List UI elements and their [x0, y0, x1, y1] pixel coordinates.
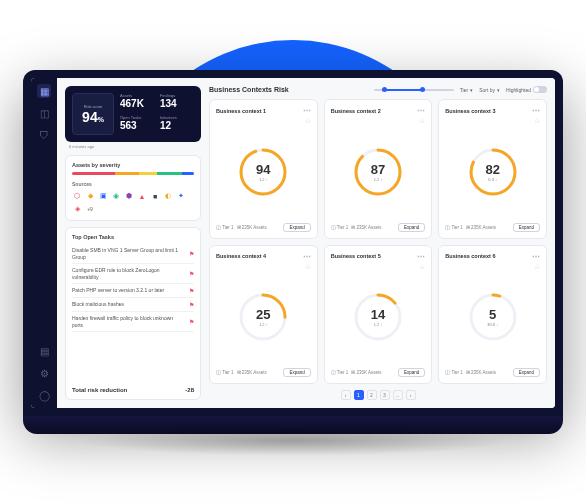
- task-row[interactable]: Disable SMB in VNG 1 Server Group and li…: [72, 244, 194, 264]
- context-card: Business context 2⋯ ☆ 871.2 ↑ ◫ Tier 1 ⊞…: [324, 99, 433, 239]
- task-text: Patch PHP server to version 3.2.1 or lat…: [72, 287, 185, 294]
- context-score: 94: [256, 162, 270, 177]
- context-delta: 1.2 ↑: [374, 177, 383, 182]
- task-row[interactable]: Configure EDR rule to block ZeroLogon vu…: [72, 264, 194, 284]
- tier-badge: ◫ Tier 1: [445, 370, 463, 375]
- context-score: 87: [371, 162, 385, 177]
- source-icon[interactable]: ⬢: [124, 191, 134, 201]
- context-title: Business context 2: [331, 108, 381, 114]
- context-gauge: 141.2 ↑: [352, 291, 404, 343]
- context-delta: 0.3 ↓: [488, 177, 497, 182]
- assets-count: ⊞ 235K Assets: [466, 370, 496, 375]
- severity-panel: Assets by severity Sources ⬡◆▣◉⬢▲■◐✦◈+9: [65, 155, 201, 221]
- source-icon[interactable]: ⬡: [72, 191, 82, 201]
- star-icon[interactable]: ☆: [534, 263, 540, 271]
- stat-value: 467K: [120, 98, 154, 109]
- pager-next[interactable]: ›: [406, 390, 416, 400]
- tier-badge: ◫ Tier 1: [216, 225, 234, 230]
- tier-slider[interactable]: [374, 89, 454, 91]
- more-icon[interactable]: ⋯: [303, 106, 311, 115]
- pager-prev[interactable]: ‹: [341, 390, 351, 400]
- assets-count: ⊞ 235K Assets: [237, 225, 267, 230]
- context-gauge: 251.2 ↑: [237, 291, 289, 343]
- more-icon[interactable]: ⋯: [417, 252, 425, 261]
- star-icon[interactable]: ☆: [534, 117, 540, 125]
- context-title: Business context 3: [445, 108, 495, 114]
- more-icon[interactable]: ⋯: [532, 106, 540, 115]
- context-delta: 30.0 ↓: [487, 322, 498, 327]
- tasks-panel: Top Open Tasks Disable SMB in VNG 1 Serv…: [65, 227, 201, 400]
- star-icon[interactable]: ☆: [305, 263, 311, 271]
- tasks-title: Top Open Tasks: [72, 234, 194, 240]
- sources-title: Sources: [72, 181, 194, 187]
- expand-button[interactable]: Expand: [513, 368, 540, 377]
- side-nav: ▦ ◫ ⛉ ▤ ⚙ ◯: [31, 78, 57, 408]
- source-icon[interactable]: ◆: [85, 191, 95, 201]
- more-icon[interactable]: ⋯: [532, 252, 540, 261]
- tier-dropdown[interactable]: Tier ▾: [460, 87, 473, 93]
- source-icon[interactable]: ✦: [176, 191, 186, 201]
- stat-value: 563: [120, 120, 154, 131]
- task-text: Block malicious hashes: [72, 301, 185, 308]
- task-row[interactable]: Block malicious hashes⚑: [72, 298, 194, 312]
- context-title: Business context 4: [216, 253, 266, 259]
- star-icon[interactable]: ☆: [305, 117, 311, 125]
- expand-button[interactable]: Expand: [283, 368, 310, 377]
- nav-chart-icon[interactable]: ◫: [37, 106, 51, 120]
- context-card: Business context 1⋯ ☆ 941.2 ↑ ◫ Tier 1 ⊞…: [209, 99, 318, 239]
- risk-score-card: Risk score 94% Assets467KFindings134Open…: [65, 86, 201, 142]
- tier-badge: ◫ Tier 1: [331, 225, 349, 230]
- task-row[interactable]: Harden firewall traffic policy to block …: [72, 312, 194, 332]
- pager-page[interactable]: 1: [354, 390, 364, 400]
- star-icon[interactable]: ☆: [419, 117, 425, 125]
- nav-report-icon[interactable]: ▤: [37, 344, 51, 358]
- context-card: Business context 3⋯ ☆ 820.3 ↓ ◫ Tier 1 ⊞…: [438, 99, 547, 239]
- task-text: Harden firewall traffic policy to block …: [72, 315, 185, 328]
- nav-settings-icon[interactable]: ⚙: [37, 366, 51, 380]
- source-icon[interactable]: ◐: [163, 191, 173, 201]
- page-title: Business Contexts Risk: [209, 86, 368, 93]
- severity-bar: [72, 172, 194, 175]
- sort-dropdown[interactable]: Sort by ▾: [479, 87, 500, 93]
- nav-user-icon[interactable]: ◯: [37, 388, 51, 402]
- expand-button[interactable]: Expand: [283, 223, 310, 232]
- context-title: Business context 5: [331, 253, 381, 259]
- source-icon[interactable]: ◉: [111, 191, 121, 201]
- sources-more[interactable]: +9: [85, 204, 95, 214]
- expand-button[interactable]: Expand: [398, 223, 425, 232]
- expand-button[interactable]: Expand: [398, 368, 425, 377]
- context-delta: 1.2 ↑: [259, 322, 268, 327]
- assets-count: ⊞ 235K Assets: [351, 370, 381, 375]
- assets-count: ⊞ 235K Assets: [237, 370, 267, 375]
- pager-page[interactable]: 3: [380, 390, 390, 400]
- context-gauge: 941.2 ↑: [237, 146, 289, 198]
- assets-count: ⊞ 235K Assets: [466, 225, 496, 230]
- star-icon[interactable]: ☆: [419, 263, 425, 271]
- source-icon[interactable]: ▣: [98, 191, 108, 201]
- source-icon[interactable]: ▲: [137, 191, 147, 201]
- pager-ellipsis: ...: [393, 390, 403, 400]
- expand-button[interactable]: Expand: [513, 223, 540, 232]
- source-icon[interactable]: ◈: [72, 204, 82, 214]
- tier-badge: ◫ Tier 1: [331, 370, 349, 375]
- severity-title: Assets by severity: [72, 162, 194, 168]
- pager-page[interactable]: 2: [367, 390, 377, 400]
- pagination: ‹ 1 2 3 ... ›: [209, 390, 547, 400]
- nav-dashboard-icon[interactable]: ▦: [37, 84, 51, 98]
- source-icon[interactable]: ■: [150, 191, 160, 201]
- context-card: Business context 4⋯ ☆ 251.2 ↑ ◫ Tier 1 ⊞…: [209, 245, 318, 385]
- flag-icon: ⚑: [189, 287, 194, 294]
- more-icon[interactable]: ⋯: [303, 252, 311, 261]
- context-card: Business context 6⋯ ☆ 530.0 ↓ ◫ Tier 1 ⊞…: [438, 245, 547, 385]
- task-row[interactable]: Patch PHP server to version 3.2.1 or lat…: [72, 284, 194, 298]
- risk-score-badge: Risk score 94%: [72, 93, 114, 135]
- more-icon[interactable]: ⋯: [417, 106, 425, 115]
- context-score: 25: [256, 307, 270, 322]
- total-risk-label: Total risk reduction: [72, 387, 127, 393]
- context-gauge: 530.0 ↓: [467, 291, 519, 343]
- context-score: 14: [371, 307, 385, 322]
- contexts-header: Business Contexts Risk Tier ▾ Sort by ▾ …: [209, 86, 547, 93]
- nav-shield-icon[interactable]: ⛉: [37, 128, 51, 142]
- highlight-toggle[interactable]: Highlighted: [506, 86, 547, 93]
- risk-score-timestamp: 6 minutes ago: [69, 144, 201, 149]
